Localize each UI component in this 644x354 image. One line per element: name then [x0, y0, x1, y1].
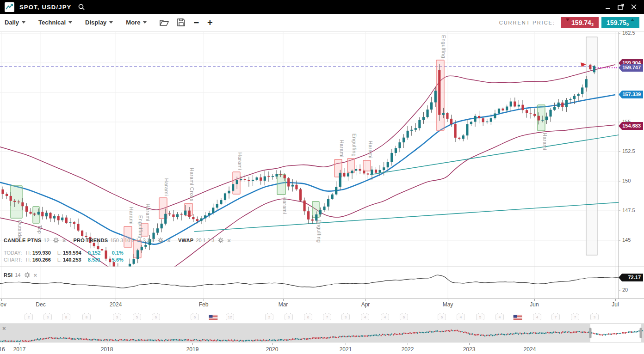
save-chart-icon[interactable]	[177, 18, 185, 26]
ask-price-badge[interactable]: 159.750	[601, 17, 639, 28]
display-menu[interactable]: Display	[85, 19, 113, 26]
pattern-box-harami[interactable]	[124, 226, 132, 247]
pattern-box-outside[interactable]	[11, 186, 22, 218]
economic-calendar-icon[interactable]: 8	[62, 314, 70, 320]
nav-candle	[176, 339, 177, 341]
close-icon[interactable]: ×	[62, 238, 66, 243]
economic-calendar-icon[interactable]: 3	[113, 314, 121, 320]
candle	[327, 199, 329, 207]
popout-window-button[interactable]	[615, 2, 626, 12]
economic-calendar-icon[interactable]: 4	[457, 314, 465, 320]
close-icon[interactable]: ×	[167, 238, 171, 243]
economic-calendar-icon[interactable]: 4	[361, 314, 369, 320]
gear-icon[interactable]	[218, 238, 223, 243]
price-axis[interactable]: 162.5155152.5150147.514520159.904159.747…	[619, 31, 644, 299]
economic-calendar-icon[interactable]: 7	[571, 314, 579, 320]
economic-calendar-icon[interactable]: 6	[191, 314, 199, 320]
candle	[398, 142, 401, 148]
nav-candle	[562, 331, 563, 333]
year-axis-tick	[192, 343, 193, 345]
time-axis[interactable]: NovDec2024FebMarAprMayJunJul	[0, 299, 644, 311]
pattern-label: Top	[37, 225, 43, 234]
candle	[521, 105, 524, 110]
economic-calendar-icon[interactable]: 4	[495, 314, 504, 320]
candle	[490, 118, 492, 122]
month-label: Nov	[0, 301, 6, 308]
economic-calendar-icon[interactable]: 3	[285, 314, 293, 320]
candle	[390, 153, 393, 162]
nav-candle	[206, 339, 207, 341]
nav-candle	[422, 332, 423, 333]
nav-candle	[571, 332, 572, 333]
economic-calendar-icon[interactable]: 3	[43, 314, 52, 320]
nav-candle	[575, 331, 576, 333]
more-menu[interactable]: More	[126, 19, 147, 26]
candle	[73, 222, 75, 224]
nav-candle	[136, 340, 137, 341]
economic-calendar-icon[interactable]: 3	[590, 314, 599, 320]
economic-calendar-icon[interactable]: 7	[323, 314, 331, 320]
month-label: Jul	[612, 301, 619, 308]
close-icon[interactable]: ×	[34, 273, 37, 278]
candle	[422, 117, 425, 120]
economic-calendar-icon[interactable]: 6	[152, 314, 160, 320]
zoom-out-button[interactable]: −	[193, 18, 199, 27]
economic-calendar-icon[interactable]: 7	[551, 314, 560, 320]
economic-calendar-icon[interactable]: 3	[341, 314, 350, 320]
economic-calendar-icon[interactable]: 2	[265, 314, 273, 320]
nav-candle	[529, 333, 530, 334]
search-icon[interactable]	[78, 3, 85, 11]
economic-calendar-icon[interactable]: 8	[82, 314, 91, 320]
nav-candle	[431, 331, 432, 333]
nav-candle	[86, 338, 87, 340]
price-tick-label: 150	[622, 178, 631, 183]
technical-menu[interactable]: Technical	[38, 19, 72, 26]
trend-line-2[interactable]	[370, 135, 619, 175]
navigator-close-icon[interactable]: ×	[2, 325, 6, 332]
pattern-box-harami[interactable]	[363, 160, 371, 171]
economic-calendar-icon[interactable]: 5	[133, 314, 141, 320]
economic-calendar-icon[interactable]: 4	[381, 314, 389, 320]
us-flag-icon[interactable]	[514, 314, 522, 322]
economic-calendar-icon[interactable]: 5	[476, 314, 484, 320]
bid-price-badge[interactable]: 159.743	[561, 17, 599, 28]
economic-calendar-icon[interactable]: 6	[304, 314, 312, 320]
navigator-handle[interactable]	[589, 328, 592, 338]
economic-calendar-icon[interactable]: 12	[226, 314, 234, 320]
nav-candle	[242, 340, 242, 342]
nav-candle	[452, 330, 453, 331]
nav-candle	[332, 336, 333, 338]
nav-candle	[381, 335, 382, 336]
trend-line-1[interactable]	[194, 202, 619, 232]
gear-icon[interactable]	[158, 238, 163, 243]
close-icon[interactable]: ×	[227, 238, 231, 243]
close-button[interactable]	[628, 2, 639, 12]
nav-candle	[352, 336, 353, 337]
nav-candle	[103, 340, 104, 341]
gear-icon[interactable]	[53, 238, 59, 243]
navigator-selection[interactable]	[590, 324, 641, 342]
zoom-in-button[interactable]: +	[207, 18, 213, 27]
candle	[478, 116, 480, 118]
economic-calendar-icon[interactable]: 6	[400, 314, 408, 320]
nav-candle	[11, 341, 12, 342]
pattern-label: Outside	[17, 220, 23, 239]
economic-calendar-icon[interactable]: 4	[533, 314, 541, 320]
us-flag-icon[interactable]	[209, 314, 218, 322]
nav-candle	[78, 338, 79, 340]
nav-candle	[156, 340, 157, 341]
navigator-handle[interactable]	[640, 328, 642, 338]
candle	[553, 107, 556, 110]
candle	[61, 218, 63, 220]
minimize-button[interactable]	[602, 2, 613, 12]
gear-icon[interactable]	[25, 272, 30, 278]
open-chart-icon[interactable]	[160, 19, 169, 26]
chart-navigator[interactable]: ×	[0, 323, 644, 342]
economic-calendar-icon[interactable]: 2	[25, 314, 33, 320]
economic-calendar-icon[interactable]: 6	[438, 314, 446, 320]
candle	[367, 173, 369, 174]
timeframe-menu[interactable]: Daily	[5, 19, 25, 26]
pattern-box-engulfing[interactable]	[347, 159, 354, 173]
nav-candle	[570, 332, 571, 333]
nav-candle	[25, 340, 26, 342]
